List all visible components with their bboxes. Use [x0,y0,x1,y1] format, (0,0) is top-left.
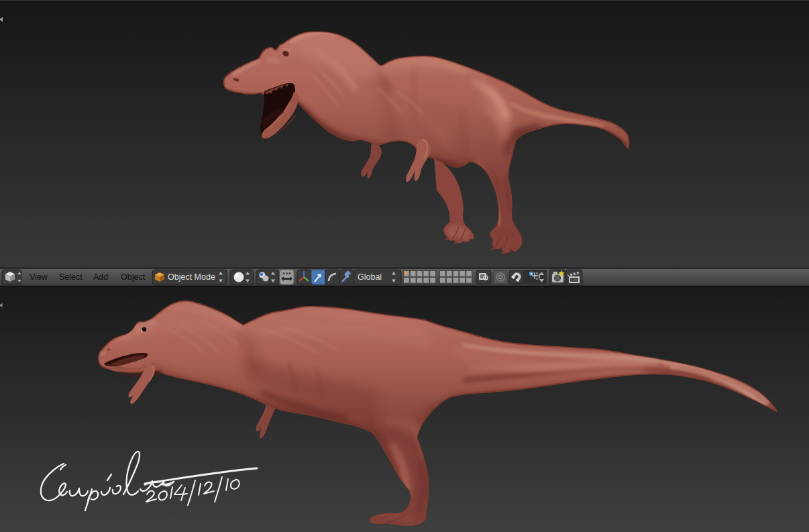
svg-text:Select: Select [59,272,83,282]
svg-text:View: View [30,272,48,282]
svg-text:Object: Object [121,272,146,282]
svg-text:Object Mode: Object Mode [168,272,215,282]
svg-text:Global: Global [358,272,382,282]
svg-text:Add: Add [93,272,108,282]
